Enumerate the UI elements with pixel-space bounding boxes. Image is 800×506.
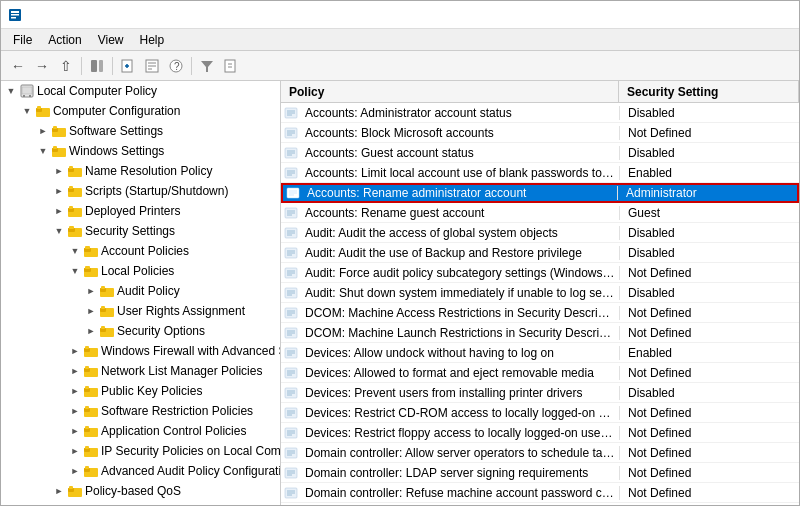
tree-item-adv_audit[interactable]: ►Advanced Audit Policy Configuration	[1, 461, 280, 481]
tree-item-deployed[interactable]: ►Deployed Printers	[1, 201, 280, 221]
policy-setting: Enabled	[619, 166, 799, 180]
svg-rect-34	[69, 166, 73, 169]
policy-row[interactable]: Accounts: Block Microsoft accountsNot De…	[281, 123, 799, 143]
policy-row[interactable]: Domain controller: Refuse machine accoun…	[281, 483, 799, 503]
tree-item-sw_restrict[interactable]: ►Software Restriction Policies	[1, 401, 280, 421]
tree-label: Computer Configuration	[53, 104, 180, 118]
policy-name: Devices: Prevent users from installing p…	[301, 386, 619, 400]
help-button[interactable]: ?	[165, 55, 187, 77]
folder-icon	[83, 423, 99, 439]
svg-rect-73	[85, 426, 89, 429]
policy-row[interactable]: Audit: Shut down system immediately if u…	[281, 283, 799, 303]
up-button[interactable]: ⇧	[55, 55, 77, 77]
policy-setting: Not Defined	[619, 446, 799, 460]
expand-icon: ►	[67, 383, 83, 399]
policy-name: Devices: Allowed to format and eject rem…	[301, 366, 619, 380]
tree-item-net_list[interactable]: ►Network List Manager Policies	[1, 361, 280, 381]
policy-row[interactable]: Devices: Prevent users from installing p…	[281, 383, 799, 403]
menu-view[interactable]: View	[90, 31, 132, 49]
policy-row[interactable]: Accounts: Administrator account statusDi…	[281, 103, 799, 123]
expand-icon: ▼	[67, 263, 83, 279]
expand-icon: ►	[67, 343, 83, 359]
policy-row[interactable]: Devices: Allowed to format and eject rem…	[281, 363, 799, 383]
tree-item-sw_settings[interactable]: ►Software Settings	[1, 121, 280, 141]
policy-row[interactable]: Accounts: Rename guest accountGuest	[281, 203, 799, 223]
policy-row[interactable]: DCOM: Machine Access Restrictions in Sec…	[281, 303, 799, 323]
tree-item-local_pol[interactable]: ▼Local Policies	[1, 261, 280, 281]
policy-row[interactable]: Accounts: Limit local account use of bla…	[281, 163, 799, 183]
svg-rect-46	[85, 246, 90, 249]
back-button[interactable]: ←	[7, 55, 29, 77]
tree-item-audit_pol[interactable]: ►Audit Policy	[1, 281, 280, 301]
policy-row[interactable]: Accounts: Guest account statusDisabled	[281, 143, 799, 163]
forward-button[interactable]: →	[31, 55, 53, 77]
menu-action[interactable]: Action	[40, 31, 89, 49]
tree-item-qos[interactable]: ►Policy-based QoS	[1, 481, 280, 501]
toolbar-separator-3	[191, 57, 192, 75]
policy-setting: Disabled	[619, 286, 799, 300]
tree-item-win_settings[interactable]: ▼Windows Settings	[1, 141, 280, 161]
toolbar-separator-1	[81, 57, 82, 75]
svg-rect-64	[85, 366, 89, 369]
svg-rect-40	[69, 206, 73, 209]
svg-rect-76	[85, 446, 89, 449]
tree-item-app_ctrl[interactable]: ►Application Control Policies	[1, 421, 280, 441]
tree-label: Software Settings	[69, 124, 163, 138]
tree-item-sec_opts[interactable]: ►Security Options	[1, 321, 280, 341]
tree-item-win_fw[interactable]: ►Windows Firewall with Advanced Security	[1, 341, 280, 361]
policy-row[interactable]: Audit: Force audit policy subcategory se…	[281, 263, 799, 283]
tree-item-ip_sec[interactable]: ►IP Security Policies on Local Computer	[1, 441, 280, 461]
policy-setting: Not Defined	[619, 486, 799, 500]
folder-icon	[51, 503, 67, 505]
tree-item-security[interactable]: ▼Security Settings	[1, 221, 280, 241]
folder-icon	[83, 363, 99, 379]
tree-item-pub_key[interactable]: ►Public Key Policies	[1, 381, 280, 401]
new-button[interactable]	[117, 55, 139, 77]
policy-row[interactable]: Domain controller: Allow server operator…	[281, 443, 799, 463]
policy-row-icon	[281, 103, 301, 123]
show-hide-button[interactable]	[86, 55, 108, 77]
tree-label: Software Restriction Policies	[101, 404, 253, 418]
tree-item-comp_config[interactable]: ▼Computer Configuration	[1, 101, 280, 121]
tree-item-name_res[interactable]: ►Name Resolution Policy	[1, 161, 280, 181]
policy-row-icon	[281, 243, 301, 263]
svg-rect-82	[69, 486, 73, 489]
tree-item-scripts[interactable]: ►Scripts (Startup/Shutdown)	[1, 181, 280, 201]
policy-row[interactable]: Audit: Audit the access of global system…	[281, 223, 799, 243]
svg-rect-2	[11, 14, 19, 16]
policy-row[interactable]: Devices: Allow undock without having to …	[281, 343, 799, 363]
main-window: File Action View Help ← → ⇧ ? ▼	[0, 0, 800, 506]
policy-row[interactable]: Accounts: Rename administrator accountAd…	[281, 183, 799, 203]
filter-button[interactable]	[196, 55, 218, 77]
policy-name: Accounts: Rename administrator account	[303, 186, 617, 200]
policy-row[interactable]: Devices: Restrict CD-ROM access to local…	[281, 403, 799, 423]
svg-rect-22	[29, 95, 31, 97]
policy-row[interactable]: DCOM: Machine Launch Restrictions in Sec…	[281, 323, 799, 343]
policy-row-icon	[283, 183, 303, 203]
svg-rect-55	[101, 306, 105, 309]
close-button[interactable]	[767, 5, 793, 25]
column-headers: Policy Security Setting	[281, 81, 799, 103]
tree-item-admin_tmpl[interactable]: ►Administrative Templates	[1, 501, 280, 505]
properties-button[interactable]	[141, 55, 163, 77]
policy-row[interactable]: Devices: Restrict floppy access to local…	[281, 423, 799, 443]
policy-row[interactable]: Audit: Audit the use of Backup and Resto…	[281, 243, 799, 263]
expand-icon: ►	[35, 503, 51, 505]
minimize-button[interactable]	[711, 5, 737, 25]
policy-name: Devices: Restrict CD-ROM access to local…	[301, 406, 619, 420]
policy-row[interactable]: Domain member: Digitally encrypt or sign…	[281, 503, 799, 505]
tree-item-root[interactable]: ▼Local Computer Policy	[1, 81, 280, 101]
tree-item-user_rights[interactable]: ►User Rights Assignment	[1, 301, 280, 321]
toolbar: ← → ⇧ ?	[1, 51, 799, 81]
maximize-button[interactable]	[739, 5, 765, 25]
menu-help[interactable]: Help	[132, 31, 173, 49]
policy-setting: Not Defined	[619, 326, 799, 340]
menu-file[interactable]: File	[5, 31, 40, 49]
expand-icon: ▼	[35, 143, 51, 159]
policy-row-icon	[281, 223, 301, 243]
tree-item-acct_pol[interactable]: ▼Account Policies	[1, 241, 280, 261]
export-button[interactable]	[220, 55, 242, 77]
policy-row[interactable]: Domain controller: LDAP server signing r…	[281, 463, 799, 483]
folder-icon	[67, 183, 83, 199]
svg-text:?: ?	[174, 61, 180, 72]
